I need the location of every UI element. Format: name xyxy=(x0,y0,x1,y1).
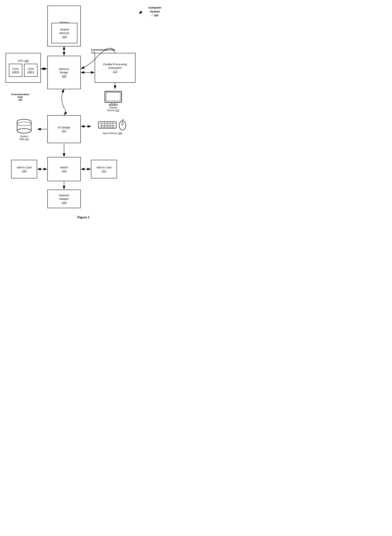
system-disk-icon xyxy=(16,118,33,134)
input-devices-area: Input Devices 108 xyxy=(91,119,134,138)
network-adapter-label: NetworkAdapter118 xyxy=(59,193,69,204)
comm-path-106-label: CommunicationPath106 xyxy=(11,93,29,101)
io-bridge-label: I/O Bridge107 xyxy=(58,126,70,133)
system-memory-box: SystemMemory104 SharedMemory103 xyxy=(47,5,81,47)
svg-point-20 xyxy=(17,129,31,133)
shared-memory-label: SharedMemory103 xyxy=(59,28,70,39)
computer-system-label: ComputerSystem⌐ 100 xyxy=(148,5,162,17)
svg-rect-15 xyxy=(122,123,123,125)
parallel-processing-label: Parallel ProcessingSubsystem112 xyxy=(103,62,127,73)
cpu-box: CPU 102 Core130-0 Core130-1 xyxy=(5,53,41,83)
svg-rect-1 xyxy=(106,92,120,101)
svg-rect-3 xyxy=(109,104,117,105)
core-1-box: Core130-1 xyxy=(24,64,37,77)
addin-card-120-box: Add-In Card120 xyxy=(11,160,37,178)
network-adapter-box: NetworkAdapter118 xyxy=(47,190,81,208)
parallel-processing-box: Parallel ProcessingSubsystem112 xyxy=(95,53,135,83)
system-disk-area: SystemDisk 114 xyxy=(11,117,37,141)
core-0-box: Core130-0 xyxy=(9,64,22,77)
addin-card-120-label: Add-In Card120 xyxy=(17,166,32,173)
switch-box: Switch116 xyxy=(47,157,81,181)
io-bridge-box: I/O Bridge107 xyxy=(47,115,81,143)
keyboard-icon xyxy=(98,121,117,129)
switch-label: Switch116 xyxy=(60,166,68,173)
display-device-icon xyxy=(104,91,122,106)
addin-card-121-box: Add-In Card121 xyxy=(91,160,117,178)
mouse-icon xyxy=(118,119,127,131)
comm-path-113-label: Communication Path113 xyxy=(91,48,115,54)
display-device-area: DisplayDevice 110 xyxy=(98,89,128,113)
memory-bridge-label: MemoryBridge105 xyxy=(59,67,69,78)
svg-rect-2 xyxy=(112,102,115,104)
addin-card-121-label: Add-In Card121 xyxy=(97,166,112,173)
diagram-arrows xyxy=(0,0,167,214)
figure-caption: Figure 1 xyxy=(0,215,167,223)
core-0-label: Core130-0 xyxy=(12,67,19,73)
shared-memory-box: SharedMemory103 xyxy=(51,23,77,43)
memory-bridge-box: MemoryBridge105 xyxy=(47,56,81,89)
core-1-label: Core130-1 xyxy=(27,67,34,73)
